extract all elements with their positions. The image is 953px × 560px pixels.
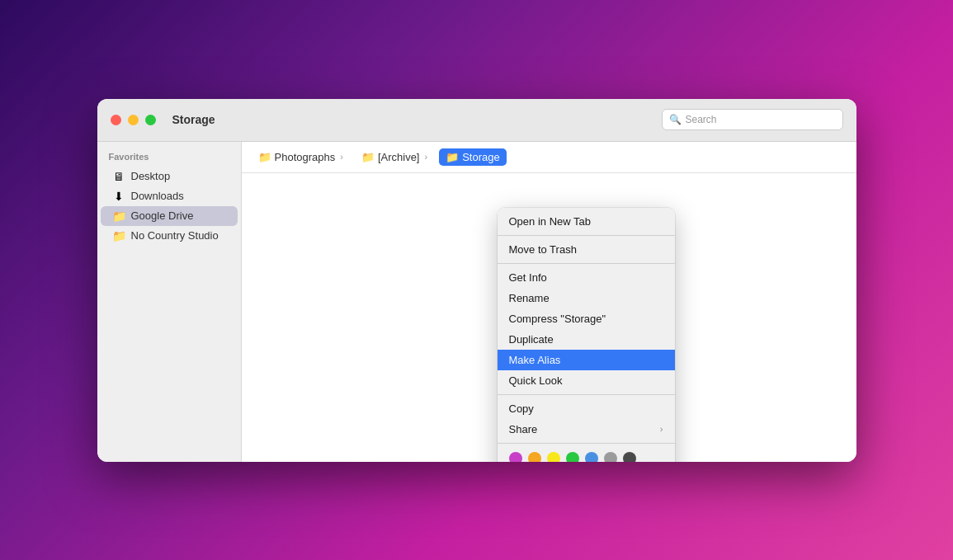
context-menu: Open in New Tab Move to Trash Get Info R… <box>498 208 675 462</box>
ctx-get-info[interactable]: Get Info <box>498 267 675 288</box>
ctx-color-blue[interactable] <box>585 452 598 462</box>
ctx-color-orange[interactable] <box>528 452 541 462</box>
breadcrumb-storage-label: Storage <box>462 151 500 163</box>
google-drive-sidebar-icon: 📁 <box>112 209 125 223</box>
ctx-compress-label: Compress "Storage" <box>509 313 606 325</box>
ctx-move-trash[interactable]: Move to Trash <box>498 239 675 260</box>
sidebar-item-label-downloads: Downloads <box>131 190 184 202</box>
sidebar-section-label: Favorites <box>97 152 241 167</box>
ctx-color-green[interactable] <box>566 452 579 462</box>
ctx-open-new-tab[interactable]: Open in New Tab <box>498 211 675 232</box>
ctx-color-dark[interactable] <box>623 452 636 462</box>
minimize-button[interactable] <box>128 115 139 125</box>
traffic-lights <box>111 115 156 125</box>
ctx-share-label: Share <box>509 423 538 435</box>
search-placeholder: Search <box>686 114 717 125</box>
ctx-quick-look[interactable]: Quick Look <box>498 370 675 391</box>
breadcrumb-photographs-label: Photographs <box>275 151 336 163</box>
breadcrumb-archive-label: [Archive] <box>378 151 420 163</box>
sidebar: Favorites 🖥 Desktop ⬇ Downloads 📁 Google… <box>97 142 242 462</box>
sidebar-item-google-drive[interactable]: 📁 Google Drive <box>101 206 238 226</box>
titlebar: Storage 🔍 Search <box>97 99 856 142</box>
close-button[interactable] <box>111 115 121 125</box>
sidebar-item-label-google-drive: Google Drive <box>131 209 194 222</box>
ctx-get-info-label: Get Info <box>509 271 547 284</box>
ctx-rename-label: Rename <box>509 292 550 304</box>
breadcrumb-archive[interactable]: 📁 [Archive] › <box>355 148 434 166</box>
ctx-sep-1 <box>498 235 675 236</box>
ctx-compress[interactable]: Compress "Storage" <box>498 308 675 329</box>
sidebar-item-no-country[interactable]: 📁 No Country Studio <box>101 226 238 246</box>
breadcrumb-archive-arrow: › <box>424 152 427 162</box>
window-title: Storage <box>172 113 662 126</box>
sidebar-item-desktop[interactable]: 🖥 Desktop <box>101 167 238 186</box>
finder-window: Storage 🔍 Search Favorites 🖥 Desktop ⬇ D… <box>97 99 856 462</box>
ctx-open-new-tab-label: Open in New Tab <box>509 215 592 228</box>
ctx-make-alias-label: Make Alias <box>509 354 561 366</box>
ctx-color-dots-row <box>498 447 675 462</box>
sidebar-item-label-desktop: Desktop <box>131 170 171 182</box>
file-area: 📁 Photographs › 📁 [Archive] › 📁 Storage <box>242 142 856 462</box>
ctx-color-purple[interactable] <box>509 452 522 462</box>
photographs-folder-icon: 📁 <box>258 151 271 163</box>
sidebar-item-label-no-country: No Country Studio <box>131 229 219 242</box>
archive-folder-icon: 📁 <box>361 151 375 163</box>
ctx-sep-2 <box>498 263 675 264</box>
ctx-color-yellow[interactable] <box>547 452 560 462</box>
ctx-share-arrow: › <box>660 424 663 434</box>
sidebar-item-downloads[interactable]: ⬇ Downloads <box>101 186 238 206</box>
maximize-button[interactable] <box>145 115 156 125</box>
ctx-color-gray[interactable] <box>604 452 617 462</box>
ctx-sep-4 <box>498 443 675 444</box>
breadcrumb-photographs-arrow: › <box>340 152 343 162</box>
storage-folder-icon: 📁 <box>446 151 459 163</box>
ctx-duplicate-label: Duplicate <box>509 333 554 346</box>
ctx-make-alias[interactable]: Make Alias <box>498 350 675 370</box>
ctx-duplicate[interactable]: Duplicate <box>498 329 675 350</box>
breadcrumb-bar: 📁 Photographs › 📁 [Archive] › 📁 Storage <box>242 142 856 173</box>
search-icon: 🔍 <box>669 114 682 125</box>
breadcrumb-photographs[interactable]: 📁 Photographs › <box>252 148 350 166</box>
ctx-rename[interactable]: Rename <box>498 288 675 308</box>
downloads-icon: ⬇ <box>112 190 125 203</box>
ctx-sep-3 <box>498 394 675 395</box>
search-bar[interactable]: 🔍 Search <box>662 109 843 130</box>
main-content: Favorites 🖥 Desktop ⬇ Downloads 📁 Google… <box>97 142 856 462</box>
ctx-copy[interactable]: Copy <box>498 398 675 419</box>
ctx-move-trash-label: Move to Trash <box>509 243 577 256</box>
ctx-share[interactable]: Share › <box>498 419 675 440</box>
no-country-icon: 📁 <box>112 229 125 242</box>
breadcrumb-storage[interactable]: 📁 Storage <box>439 148 507 166</box>
ctx-quick-look-label: Quick Look <box>509 374 563 387</box>
desktop-icon: 🖥 <box>112 170 125 183</box>
ctx-copy-label: Copy <box>509 402 534 415</box>
